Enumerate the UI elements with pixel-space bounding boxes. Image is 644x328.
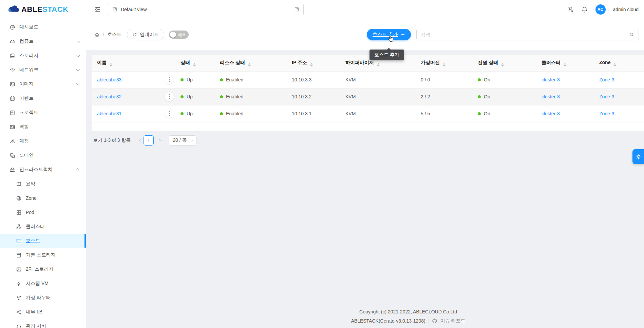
bell-icon[interactable] xyxy=(581,6,588,13)
sidebar-item-2차-스토리지[interactable]: 2차 스토리지 xyxy=(0,263,86,276)
sidebar-item-label: 호스트 xyxy=(26,238,40,244)
fork-icon xyxy=(16,295,22,301)
calendar-check-icon xyxy=(10,96,15,101)
issue-report-link[interactable]: 이슈 리포트 xyxy=(440,318,466,324)
view-selector[interactable]: Default view xyxy=(108,4,304,15)
chevron-down-icon xyxy=(76,82,80,85)
refresh-button[interactable]: 업데이트 xyxy=(127,29,164,40)
sort-carets-icon xyxy=(193,63,196,66)
sort-carets-icon xyxy=(310,63,313,66)
sidebar-item-도메인[interactable]: 도메인 xyxy=(0,149,86,162)
page-1-button[interactable]: 1 xyxy=(144,135,154,146)
sidebar-item-기본-스토리지[interactable]: 기본 스토리지 xyxy=(0,248,86,262)
footer-divider xyxy=(429,319,429,323)
database-icon xyxy=(10,53,15,59)
user-name[interactable]: admin cloud xyxy=(613,7,639,12)
table-header-row: 이름상태리소스 상태IP 주소하이퍼바이저가상머신전원 상태클러스터Zone xyxy=(92,55,644,71)
sidebar-item-관리-서버[interactable]: 관리 서버 xyxy=(0,320,86,328)
sidebar: ABLESTACK 대시보드컴퓨트스토리지네트워크이미지이벤트프로젝트역할계정도… xyxy=(0,0,86,328)
avatar[interactable]: AC xyxy=(595,4,606,15)
picture-icon xyxy=(10,81,15,87)
add-host-button[interactable]: 호스트 추가 xyxy=(367,29,411,40)
cell-zone-link[interactable]: Zone-3 xyxy=(599,111,614,116)
column-header-8[interactable]: 전원 상태 xyxy=(472,55,536,71)
cell-host-name: ablecube31 xyxy=(92,105,163,122)
sidebar-item-대시보드[interactable]: 대시보드 xyxy=(0,20,86,34)
sidebar-item-스토리지[interactable]: 스토리지 xyxy=(0,49,86,62)
cluster-icon xyxy=(16,224,22,230)
brand-logo[interactable]: ABLESTACK xyxy=(0,0,86,19)
sidebar-item-이미지[interactable]: 이미지 xyxy=(0,77,86,91)
metric-toggle[interactable]: 메트릭 xyxy=(169,31,189,39)
search-input[interactable] xyxy=(421,32,629,37)
cell-ip-address: 10.10.3.3 xyxy=(286,71,340,88)
topbar: Default view AC admin cloud xyxy=(86,0,644,19)
next-page-button[interactable]: > xyxy=(156,138,164,143)
cell-cluster-link[interactable]: cluster-3 xyxy=(542,77,560,82)
cell-zone-link[interactable]: Zone-3 xyxy=(599,94,614,99)
table-row: ablecube31UpEnabled10.10.3.1KVM5 / 5Oncl… xyxy=(92,105,644,122)
cell-cluster-link[interactable]: cluster-3 xyxy=(542,111,560,116)
language-add-icon[interactable] xyxy=(567,6,574,13)
breadcrumb-current: 호스트 xyxy=(107,32,121,38)
sidebar-item-이벤트[interactable]: 이벤트 xyxy=(0,92,86,105)
more-actions-icon[interactable] xyxy=(165,109,174,118)
home-icon[interactable] xyxy=(94,32,100,37)
sidebar-item-label: 내부 LB xyxy=(26,309,42,315)
headset-icon xyxy=(16,324,22,328)
cell-cluster: cluster-3 xyxy=(536,88,594,105)
settings-float-button[interactable] xyxy=(632,149,644,164)
sidebar-item-zone[interactable]: Zone xyxy=(0,191,86,205)
cell-cluster-link[interactable]: cluster-3 xyxy=(542,94,560,99)
sidebar-item-컴퓨트[interactable]: 컴퓨트 xyxy=(0,35,86,48)
brand-wordmark: ABLESTACK xyxy=(21,5,69,14)
sidebar-item-프로젝트[interactable]: 프로젝트 xyxy=(0,106,86,119)
gear-icon xyxy=(635,154,642,160)
sidebar-item-label: 계정 xyxy=(19,138,29,144)
cell-host-name-link[interactable]: ablecube32 xyxy=(97,94,121,99)
cell-host-name-link[interactable]: ablecube31 xyxy=(97,111,121,116)
breadcrumb: / 호스트 xyxy=(94,32,121,38)
breadcrumb-separator: / xyxy=(103,32,104,37)
prev-page-button[interactable]: < xyxy=(136,138,144,143)
sidebar-item-인프라스트럭쳐[interactable]: 인프라스트럭쳐 xyxy=(0,163,86,176)
more-actions-icon[interactable] xyxy=(165,75,174,84)
sidebar-item-요약[interactable]: 요약 xyxy=(0,177,86,191)
cell-ip-address: 10.10.3.2 xyxy=(286,88,340,105)
github-icon xyxy=(432,318,437,324)
cloud-icon xyxy=(10,39,15,44)
column-header-3[interactable]: 상태 xyxy=(175,55,214,71)
column-header-7[interactable]: 가상머신 xyxy=(415,55,472,71)
sidebar-item-label: 프로젝트 xyxy=(19,110,38,116)
sort-carets-icon xyxy=(110,63,112,66)
menu-fold-icon[interactable] xyxy=(94,6,101,13)
cell-power-state: On xyxy=(472,105,536,122)
sidebar-item-가상-라우터[interactable]: 가상 라우터 xyxy=(0,291,86,305)
sidebar-item-호스트[interactable]: 호스트 xyxy=(0,234,86,248)
column-header-10[interactable]: Zone xyxy=(594,55,644,71)
cell-zone-link[interactable]: Zone-3 xyxy=(599,77,614,82)
sidebar-item-클러스터[interactable]: 클러스터 xyxy=(0,220,86,233)
sidebar-menu: 대시보드컴퓨트스토리지네트워크이미지이벤트프로젝트역할계정도메인인프라스트럭쳐요… xyxy=(0,19,86,328)
project-icon xyxy=(10,110,15,116)
sidebar-item-pod[interactable]: Pod xyxy=(0,206,86,219)
column-header-5[interactable]: IP 주소 xyxy=(286,55,340,71)
sidebar-item-네트워크[interactable]: 네트워크 xyxy=(0,63,86,77)
search-box xyxy=(416,29,639,40)
page-size-select[interactable]: 20 / 쪽 xyxy=(169,135,196,146)
more-actions-icon[interactable] xyxy=(165,92,174,101)
sidebar-item-내부-lb[interactable]: 내부 LB xyxy=(0,305,86,319)
column-header-9[interactable]: 클러스터 xyxy=(536,55,594,71)
sidebar-item-역할[interactable]: 역할 xyxy=(0,120,86,134)
cell-host-name-link[interactable]: ablecube33 xyxy=(97,77,121,82)
sidebar-item-label: 스토리지 xyxy=(19,53,38,59)
sort-carets-icon xyxy=(564,63,566,66)
sidebar-item-label: Zone xyxy=(26,195,37,201)
search-icon[interactable] xyxy=(629,32,634,37)
sidebar-item-시스템-vm[interactable]: 시스템 VM xyxy=(0,277,86,290)
sidebar-item-계정[interactable]: 계정 xyxy=(0,134,86,148)
chevron-down-icon xyxy=(76,39,80,43)
column-header-1[interactable]: 이름 xyxy=(92,55,163,71)
global-icon xyxy=(16,195,22,201)
column-header-4[interactable]: 리소스 상태 xyxy=(214,55,286,71)
